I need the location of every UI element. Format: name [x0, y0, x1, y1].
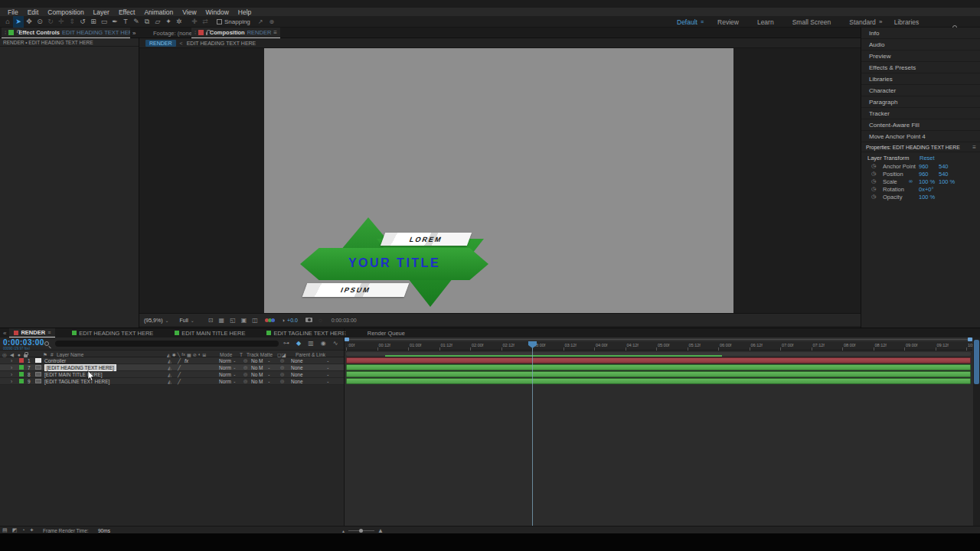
brush-tool-icon[interactable]: ✎ — [131, 16, 142, 28]
layer-name[interactable]: [EDIT HEADING TEXT HERE] — [44, 364, 116, 371]
vertical-scrollbar[interactable] — [973, 337, 980, 526]
parent-pickwhip-icon[interactable]: ◎ — [280, 372, 284, 377]
parent-link-dropdown[interactable]: None — [291, 372, 303, 377]
panel-libraries[interactable]: Libraries — [861, 73, 980, 85]
timeline-search-input[interactable] — [55, 341, 279, 347]
layer-bar-8[interactable] — [346, 371, 971, 377]
adjustment-switch-icon[interactable]: ◐ — [198, 352, 201, 357]
snap-grid-icon[interactable]: ⊕ — [270, 18, 275, 25]
snapshot-icon[interactable] — [305, 318, 312, 322]
layer-row-9[interactable]: ›9[EDIT TAGLINE TEXT HERE]◭╱Norm⌄◎No M⌄◎… — [0, 378, 345, 385]
matte-pickwhip-icon[interactable]: ◎ — [243, 365, 247, 370]
rotation-tool-icon[interactable]: ↺ — [77, 16, 88, 28]
blend-mode-dropdown[interactable]: Norm — [219, 379, 231, 384]
number-column-icon[interactable]: # — [51, 352, 54, 357]
panel-content-aware-fill[interactable]: Content-Aware Fill — [861, 119, 980, 131]
track-matte-dropdown[interactable]: No M — [251, 379, 263, 384]
menu-animation[interactable]: Animation — [139, 8, 178, 16]
shy-toggle-icon[interactable]: ◭ — [168, 358, 172, 364]
property-value-1[interactable]: 100 % — [919, 178, 935, 185]
clone-stamp-tool-icon[interactable]: ⧉ — [142, 16, 152, 28]
parent-link-dropdown[interactable]: None — [291, 365, 303, 370]
workspace-overflow-icon[interactable]: » — [879, 18, 882, 25]
snapping-toggle[interactable]: Snapping — [217, 18, 250, 25]
type-tool-icon[interactable]: T — [120, 16, 131, 28]
pixel-aspect-icon[interactable]: ◫ — [252, 317, 258, 324]
layer-bar-9[interactable] — [346, 378, 971, 384]
toggle-inout-icon[interactable]: ◔ — [21, 527, 24, 533]
motion-blur-icon[interactable]: ◉ — [321, 340, 326, 347]
quality-toggle-icon[interactable]: ╱ — [178, 379, 181, 384]
collapse-switch-icon[interactable]: ✱ — [172, 352, 176, 357]
shy-switch-icon[interactable]: ◭ — [167, 352, 171, 357]
workspace-menu-icon[interactable]: ≡ — [701, 19, 704, 24]
property-value-2[interactable]: 540 — [939, 171, 949, 178]
property-value-2[interactable]: 100 % — [939, 178, 955, 185]
property-value-1[interactable]: 960 — [919, 171, 929, 178]
scrollbar-thumb[interactable] — [974, 340, 979, 384]
quality-toggle-icon[interactable]: ╱ — [178, 372, 181, 377]
panel-move-anchor-point-4[interactable]: Move Anchor Point 4 — [861, 131, 980, 142]
timeline-tab-render-queue[interactable]: Render Queue — [363, 328, 410, 337]
stopwatch-icon[interactable]: ◷ — [871, 178, 876, 184]
menu-window[interactable]: Window — [201, 8, 234, 16]
workspace-libraries[interactable]: Libraries — [885, 18, 929, 26]
shy-toggle-icon[interactable]: ◭ — [168, 372, 172, 377]
properties-menu-icon[interactable]: ≡ — [972, 142, 976, 152]
property-value-1[interactable]: 960 — [919, 163, 929, 170]
transparency-grid-icon[interactable]: ◱ — [230, 317, 236, 324]
track-matte-dropdown[interactable]: No M — [251, 365, 263, 370]
render-time-icon[interactable]: ✦ — [29, 527, 34, 533]
expand-chevron-icon[interactable]: › — [11, 358, 12, 364]
roto-brush-tool-icon[interactable]: ✦ — [163, 16, 174, 28]
panel-menu-icon[interactable]: ≡ — [47, 330, 51, 335]
snapping-checkbox[interactable] — [217, 19, 222, 24]
shy-toggle-icon[interactable]: ◭ — [168, 379, 172, 384]
stopwatch-icon[interactable]: ◷ — [871, 186, 876, 192]
composition-viewport[interactable]: YOUR TITLE LOREM IPSUM — [139, 48, 861, 313]
exposure-icon[interactable]: ◑ — [282, 318, 285, 323]
matte-pickwhip-icon[interactable]: ◎ — [243, 358, 247, 364]
stopwatch-icon[interactable]: ◷ — [871, 171, 876, 177]
grid-guides-icon[interactable]: ⊡ — [208, 317, 214, 324]
blend-mode-dropdown[interactable]: Norm — [219, 365, 231, 370]
panel-character[interactable]: Character — [861, 85, 980, 96]
reset-button[interactable]: Reset — [920, 155, 935, 161]
eraser-tool-icon[interactable]: ▱ — [152, 16, 163, 28]
track-matte-column[interactable]: Track Matte — [247, 352, 273, 357]
solo-column-icon[interactable]: ● — [18, 352, 21, 357]
zoom-slider[interactable] — [348, 530, 374, 531]
tab-composition[interactable]: ⁞ Composition RENDER ≡ — [191, 28, 280, 38]
timeline-tab-edit-heading-text-here[interactable]: EDIT HEADING TEXT HERE — [67, 328, 158, 337]
menu-edit[interactable]: Edit — [23, 8, 44, 16]
link-icon[interactable]: ∞ — [909, 178, 913, 184]
collapse-icon[interactable]: « — [3, 330, 6, 337]
panel-audio[interactable]: Audio — [861, 39, 980, 51]
motion-blur-switch-icon[interactable]: ⊘ — [193, 352, 197, 357]
threed-switch-icon[interactable]: ⊞ — [202, 352, 206, 357]
property-value-1[interactable]: 0x+0° — [919, 186, 933, 193]
matte-pickwhip-icon[interactable]: ◎ — [243, 379, 247, 384]
menu-composition[interactable]: Composition — [43, 8, 88, 16]
toggle-switches-icon[interactable]: ▤ — [2, 527, 8, 533]
frame-blending-icon[interactable]: ▥ — [308, 340, 314, 347]
toggle-transfer-icon[interactable]: ◩ — [12, 527, 18, 533]
expand-chevron-icon[interactable]: › — [11, 372, 12, 377]
tab-footage[interactable]: Footage: (none) — [150, 28, 197, 38]
home-tool-icon[interactable]: ⌂ — [2, 16, 13, 28]
shy-toggle-icon[interactable]: ◭ — [168, 365, 172, 370]
tab-effect-controls[interactable]: ⁞ Effect Controls EDIT HEADING TEXT HERE… — [2, 28, 130, 38]
stopwatch-icon[interactable]: ◷ — [871, 194, 876, 200]
puppet-pin-tool-icon[interactable]: ✲ — [174, 16, 185, 28]
pan-behind-tool-icon[interactable]: ⊞ — [88, 16, 99, 28]
selection-tool-icon[interactable]: ➤ — [13, 16, 24, 28]
layer-row-8[interactable]: ›8[EDIT MAIN TITLE HERE]◭╱Norm⌄◎No M⌄◎No… — [0, 371, 345, 378]
workspace-learn[interactable]: Learn — [748, 18, 783, 26]
breadcrumb-comp[interactable]: RENDER — [145, 40, 176, 47]
menu-help[interactable]: Help — [234, 8, 256, 16]
panel-tracker[interactable]: Tracker — [861, 108, 980, 119]
timeline-tab-edit-main-title-here[interactable]: EDIT MAIN TITLE HERE — [170, 328, 250, 337]
layer-name[interactable]: [EDIT TAGLINE TEXT HERE] — [44, 379, 109, 384]
parent-link-dropdown[interactable]: None — [291, 358, 303, 364]
panel-effects-presets[interactable]: Effects & Presets — [861, 62, 980, 73]
